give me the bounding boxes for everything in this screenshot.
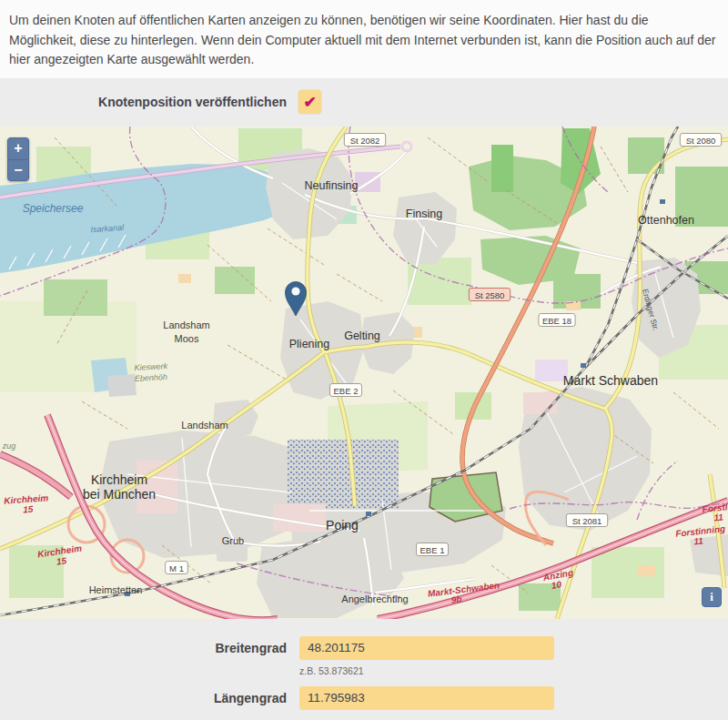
map-label: Angelbrechting <box>341 593 408 604</box>
svg-text:EBE 2: EBE 2 <box>334 385 359 395</box>
road-badge: M 1 <box>166 561 188 573</box>
road-badge: St 2081 <box>566 513 607 526</box>
longitude-label: Längengrad <box>0 691 287 705</box>
map-label: Heimstetten <box>89 584 143 595</box>
map-label: Gelting <box>344 330 380 342</box>
map-zoom-out-button[interactable]: − <box>7 159 29 181</box>
road-badge: St 2082 <box>344 133 385 146</box>
svg-text:St 2080: St 2080 <box>686 135 716 145</box>
map-label: Kirchheim <box>91 472 147 487</box>
publish-position-row: Knotenposition veröffentlichen ✔ <box>0 78 728 127</box>
svg-text:St 2082: St 2082 <box>350 135 380 145</box>
map-label: Pliening <box>289 338 330 350</box>
map-label: Ebenhöh <box>135 372 168 383</box>
latitude-hint: z.B. 53.873621 <box>299 665 728 676</box>
road-badge: St 2080 <box>680 133 721 146</box>
longitude-row: Längengrad <box>0 686 728 710</box>
latitude-label: Breitengrad <box>0 641 287 655</box>
intro-text: Um deinen Knoten auf öffentlichen Karten… <box>0 0 728 78</box>
map-label: bei München <box>83 487 156 502</box>
publish-position-label: Knotenposition veröffentlichen <box>0 95 287 109</box>
map-label: zug <box>2 441 16 451</box>
map-label: Landsham <box>163 319 209 330</box>
map-label: 11 <box>693 535 704 546</box>
map-label: Finsing <box>406 208 442 220</box>
map-label: Kieswerk <box>134 361 167 372</box>
map-zoom-in-button[interactable]: + <box>7 137 29 159</box>
coordinates-form: Breitengrad z.B. 53.873621 Längengrad <box>0 619 728 710</box>
map-label: Poing <box>326 518 359 532</box>
road-badge: EBE 18 <box>539 313 575 326</box>
latitude-row: Breitengrad <box>0 636 728 660</box>
svg-text:M 1: M 1 <box>169 563 184 573</box>
svg-text:St 2081: St 2081 <box>572 515 602 525</box>
publish-position-checkbox[interactable]: ✔ <box>298 90 321 114</box>
map-label: Markt Schwaben <box>563 373 658 388</box>
map-label: Grub <box>222 535 244 546</box>
map-label: Ottenhofen <box>638 214 694 227</box>
map-label: Neufinsing <box>304 179 358 192</box>
map-zoom-controls: + − <box>7 137 29 181</box>
map-label: 15 <box>56 555 67 567</box>
map[interactable]: St 2082St 2080St 2580EBE 18EBE 2EBE 1M 1… <box>0 127 728 619</box>
poing-new-district <box>288 440 399 509</box>
map-label: Moos <box>175 333 199 344</box>
map-label: 11 <box>713 512 724 522</box>
map-label: Landsham <box>181 420 228 431</box>
map-label: 15 <box>23 503 34 514</box>
longitude-input[interactable] <box>299 686 554 710</box>
svg-text:EBE 18: EBE 18 <box>542 315 571 325</box>
road-badge: EBE 2 <box>330 383 362 396</box>
map-attribution-button[interactable]: i <box>702 587 722 607</box>
map-label: 9b <box>450 593 462 604</box>
map-label: Speichersee <box>23 202 84 215</box>
road-badge: St 2580 <box>469 288 510 300</box>
svg-text:St 2580: St 2580 <box>475 289 505 299</box>
checkmark-icon: ✔ <box>303 95 316 110</box>
svg-text:EBE 1: EBE 1 <box>420 544 445 554</box>
road-badge: EBE 1 <box>417 543 449 555</box>
latitude-input[interactable] <box>299 636 554 660</box>
map-canvas[interactable]: St 2082St 2080St 2580EBE 18EBE 2EBE 1M 1… <box>0 127 728 619</box>
